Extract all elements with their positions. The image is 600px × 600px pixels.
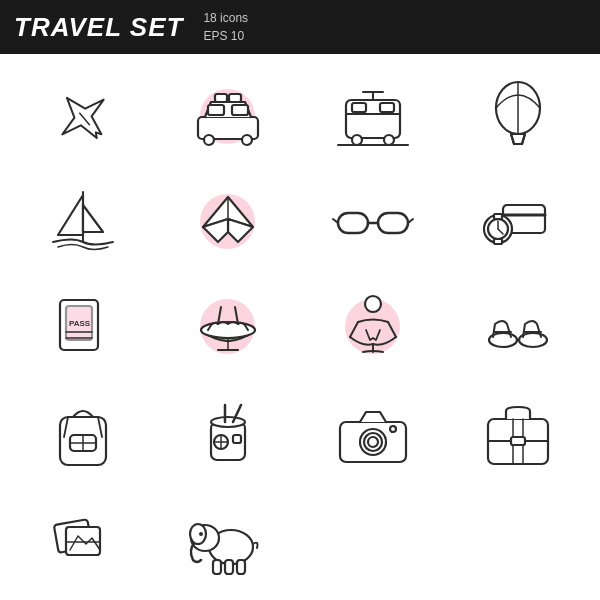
- svg-point-85: [199, 532, 203, 536]
- icon-watch-creditcard: [445, 169, 590, 274]
- svg-rect-26: [338, 213, 368, 233]
- header: TRAVEL SET 18 icons EPS 10: [0, 0, 600, 54]
- svg-point-14: [384, 135, 394, 145]
- svg-point-4: [204, 135, 214, 145]
- svg-rect-38: [494, 239, 502, 244]
- svg-rect-27: [378, 213, 408, 233]
- svg-rect-37: [494, 214, 502, 219]
- icon-backpack: [10, 380, 155, 485]
- svg-point-70: [390, 426, 396, 432]
- icons-grid: PASS: [0, 54, 600, 600]
- svg-rect-75: [511, 437, 525, 445]
- icon-noodles: [155, 274, 300, 379]
- svg-rect-11: [352, 103, 366, 112]
- icon-airplane: [10, 64, 155, 169]
- icon-photos: [10, 485, 155, 590]
- svg-rect-3: [232, 105, 248, 115]
- icon-hot-air-balloon: [445, 64, 590, 169]
- svg-point-5: [242, 135, 252, 145]
- svg-rect-7: [229, 94, 241, 102]
- svg-point-13: [352, 135, 362, 145]
- icon-origami-bird: [155, 169, 300, 274]
- icon-taxi-car: [155, 64, 300, 169]
- header-subtitle: 18 icons EPS 10: [203, 9, 248, 45]
- icon-sandals: [445, 274, 590, 379]
- header-title: TRAVEL SET: [14, 12, 183, 43]
- svg-rect-84: [237, 560, 245, 574]
- icon-camera: [300, 380, 445, 485]
- svg-point-49: [365, 296, 381, 312]
- icon-drink: [155, 380, 300, 485]
- icon-sunglasses: [300, 169, 445, 274]
- svg-rect-12: [380, 103, 394, 112]
- icon-suitcase: [445, 380, 590, 485]
- svg-point-59: [211, 417, 245, 427]
- subtitle-icons: 18 icons: [203, 9, 248, 27]
- icon-passport: PASS: [10, 274, 155, 379]
- subtitle-format: EPS 10: [203, 27, 248, 45]
- svg-rect-2: [208, 105, 224, 115]
- svg-point-69: [368, 437, 378, 447]
- icon-elephant: [155, 485, 300, 590]
- svg-rect-82: [213, 560, 221, 574]
- svg-point-81: [190, 524, 206, 544]
- svg-rect-65: [233, 435, 241, 443]
- svg-rect-6: [215, 94, 227, 102]
- icon-meditation: [300, 274, 445, 379]
- icon-sailboat: [10, 169, 155, 274]
- svg-rect-83: [225, 560, 233, 574]
- svg-text:PASS: PASS: [69, 319, 91, 328]
- icon-tram: [300, 64, 445, 169]
